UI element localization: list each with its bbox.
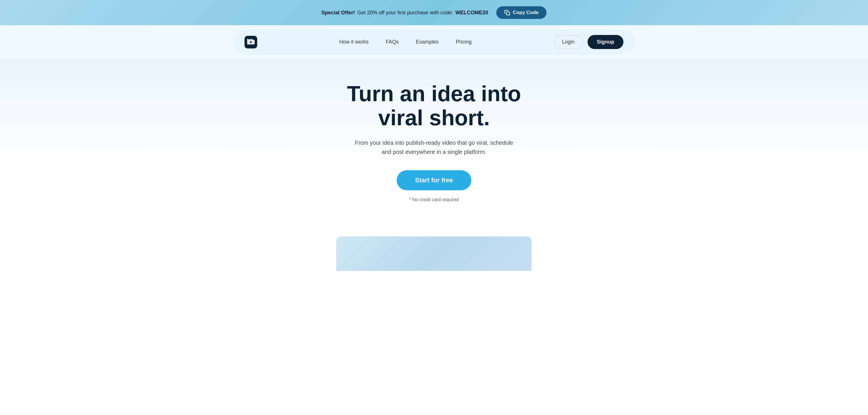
logo-icon — [245, 36, 257, 48]
svg-rect-4 — [249, 39, 251, 40]
copy-icon — [504, 10, 510, 15]
banner-special-label: Special Offer! — [321, 10, 355, 16]
navbar: How it works FAQs Examples Pricing Login… — [233, 30, 635, 54]
nav-item-examples[interactable]: Examples — [416, 39, 439, 45]
svg-rect-5 — [251, 39, 253, 40]
nav-actions: Login Signup — [554, 35, 623, 49]
signup-button[interactable]: Signup — [588, 35, 623, 49]
nav-item-faqs[interactable]: FAQs — [386, 39, 399, 45]
nav-link-examples[interactable]: Examples — [416, 39, 439, 45]
navbar-wrapper: How it works FAQs Examples Pricing Login… — [0, 25, 868, 59]
copy-code-button[interactable]: Copy Code — [496, 6, 547, 19]
hero-cta-wrapper: Start for free — [11, 170, 857, 196]
copy-code-label: Copy Code — [513, 10, 539, 15]
login-button[interactable]: Login — [554, 35, 583, 49]
no-credit-card-text: * No credit card required — [11, 197, 857, 202]
nav-item-pricing[interactable]: Pricing — [456, 39, 472, 45]
nav-link-how-it-works[interactable]: How it works — [339, 39, 369, 45]
hero-section: Turn an idea into viral short. From your… — [0, 59, 868, 231]
nav-item-how-it-works[interactable]: How it works — [339, 39, 369, 45]
preview-card — [336, 237, 532, 271]
svg-rect-0 — [506, 12, 509, 15]
nav-link-pricing[interactable]: Pricing — [456, 39, 472, 45]
nav-link-faqs[interactable]: FAQs — [386, 39, 399, 45]
start-free-button[interactable]: Start for free — [397, 170, 471, 190]
hero-title: Turn an idea into viral short. — [334, 82, 534, 130]
preview-section — [0, 231, 868, 271]
svg-rect-3 — [247, 39, 249, 40]
announcement-banner: Special Offer! Get 20% off your first pu… — [0, 0, 868, 25]
banner-code: WELCOME20 — [456, 10, 488, 16]
logo[interactable] — [245, 36, 257, 48]
banner-text: Special Offer! Get 20% off your first pu… — [321, 10, 488, 16]
hero-subtitle: From your idea into publish-ready video … — [351, 138, 517, 157]
nav-links: How it works FAQs Examples Pricing — [339, 39, 472, 45]
banner-message: Get 20% off your first purchase with cod… — [358, 10, 453, 16]
